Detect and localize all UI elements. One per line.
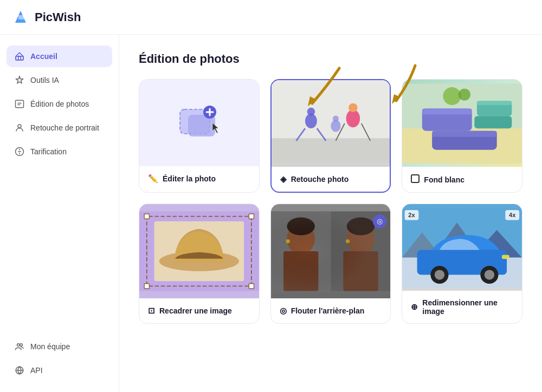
- svg-point-15: [307, 108, 315, 116]
- card-label-flouter: ◎ Flouter l'arrière-plan: [271, 298, 391, 323]
- sidebar-label-accueil: Accueil: [30, 52, 57, 61]
- sidebar-label-outils-ia: Outils IA: [30, 76, 59, 84]
- flouter-icon: ◎: [280, 306, 287, 316]
- card-car-image: 2x 4x: [402, 204, 522, 291]
- picwish-logo-icon: [11, 8, 30, 27]
- api-icon: [14, 365, 25, 376]
- person-icon: [14, 122, 25, 133]
- retouche-photo-text: Retouche photo: [291, 175, 349, 184]
- sidebar-label-retouche-portrait: Retouche de portrait: [30, 123, 99, 132]
- card-label-redimensionner: ⊕ Redimensionner une image: [402, 291, 522, 323]
- sidebar-bottom: Mon équipe API: [7, 336, 112, 381]
- svg-rect-0: [16, 56, 23, 60]
- svg-point-65: [435, 270, 444, 279]
- sidebar-item-tarification[interactable]: Tarification: [7, 141, 112, 162]
- svg-point-20: [346, 109, 360, 127]
- card-label-retouche-photo: ◈ Retouche photo: [272, 167, 390, 192]
- sidebar-item-accueil[interactable]: Accueil: [7, 45, 112, 67]
- svg-text:2x: 2x: [409, 212, 416, 218]
- redimensionner-icon: ⊕: [411, 302, 418, 312]
- svg-point-3: [17, 344, 20, 347]
- fond-blanc-icon: [411, 174, 420, 185]
- section-title: Édition de photos: [139, 52, 522, 66]
- svg-point-34: [459, 88, 470, 100]
- svg-text:4x: 4x: [509, 212, 516, 218]
- svg-point-4: [20, 344, 23, 347]
- card-label-editer-photo: ✏️ Éditer la photo: [139, 166, 259, 191]
- svg-rect-68: [502, 255, 509, 259]
- sidebar-item-api[interactable]: API: [7, 360, 112, 381]
- card-label-fond-blanc: Fond blanc: [402, 167, 522, 192]
- sidebar-label-tarification: Tarification: [30, 147, 67, 156]
- main-content: Édition de photos: [119, 35, 542, 392]
- svg-rect-1: [16, 100, 24, 108]
- sidebar-label-api: API: [30, 366, 43, 375]
- sidebar-top: Accueil Outils IA Édition de photos: [7, 45, 112, 162]
- retouche-photo-icon: ◈: [280, 174, 287, 184]
- card-food-image: [402, 80, 522, 167]
- svg-text:◎: ◎: [377, 217, 383, 225]
- sidebar-item-edition-photos[interactable]: Édition de photos: [7, 93, 112, 115]
- card-hat-image: [139, 204, 259, 298]
- svg-rect-40: [144, 214, 149, 219]
- sidebar-label-mon-equipe: Mon équipe: [30, 342, 70, 351]
- card-fond-blanc[interactable]: Fond blanc: [402, 79, 522, 193]
- svg-rect-31: [477, 101, 512, 104]
- svg-rect-42: [144, 284, 149, 289]
- flouter-text: Flouter l'arrière-plan: [291, 306, 365, 315]
- editer-photo-text: Éditer la photo: [163, 174, 216, 183]
- svg-point-19: [333, 115, 339, 121]
- logo-area: PicWish: [11, 8, 81, 27]
- svg-rect-43: [249, 284, 254, 289]
- card-portrait-image: ◎: [271, 204, 391, 298]
- svg-point-21: [349, 103, 357, 112]
- card-label-recadrer-image: ⊡ Recadrer une image: [139, 298, 259, 323]
- card-editer-photo[interactable]: ✏️ Éditer la photo: [139, 79, 260, 193]
- card-recadrer-image[interactable]: ⊡ Recadrer une image: [139, 204, 260, 324]
- svg-rect-13: [272, 138, 390, 163]
- svg-rect-41: [249, 214, 254, 219]
- card-retouche-photo[interactable]: ◈ Retouche photo: [270, 79, 391, 193]
- svg-point-14: [305, 114, 317, 128]
- card-redimensionner-image[interactable]: 2x 4x ⊕ Redimensionner une image: [402, 204, 522, 324]
- body-layout: Accueil Outils IA Édition de photos: [0, 35, 542, 392]
- edit-icon: [14, 99, 25, 109]
- svg-point-33: [443, 87, 461, 104]
- magic-icon: [14, 75, 25, 86]
- sidebar-item-retouche-portrait[interactable]: Retouche de portrait: [7, 117, 112, 139]
- sidebar: Accueil Outils IA Édition de photos: [0, 35, 119, 392]
- fond-blanc-text: Fond blanc: [424, 175, 464, 184]
- card-flouter-arriere-plan[interactable]: ◎ ◎ Flouter l'arrière-plan: [270, 204, 391, 324]
- app-header: PicWish: [0, 0, 542, 35]
- sidebar-item-outils-ia[interactable]: Outils IA: [7, 69, 112, 91]
- team-icon: [14, 341, 25, 352]
- card-ski-image: [272, 80, 390, 167]
- svg-point-2: [18, 125, 21, 128]
- svg-point-18: [331, 120, 340, 132]
- sidebar-item-mon-equipe[interactable]: Mon équipe: [7, 336, 112, 357]
- recadrer-icon: ⊡: [148, 306, 155, 316]
- checkbox-icon: [411, 174, 420, 183]
- svg-rect-55: [271, 211, 391, 291]
- cards-section: ✏️ Éditer la photo: [139, 79, 522, 324]
- editer-photo-icon: ✏️: [148, 174, 158, 184]
- svg-rect-29: [432, 130, 497, 136]
- price-icon: [14, 146, 25, 157]
- cards-grid: ✏️ Éditer la photo: [139, 79, 522, 324]
- redimensionner-text: Redimensionner une image: [422, 298, 513, 316]
- svg-rect-27: [422, 108, 472, 114]
- svg-rect-32: [475, 116, 512, 128]
- home-icon: [14, 51, 25, 62]
- recadrer-text: Recadrer une image: [159, 306, 232, 315]
- card-editor-image: [139, 80, 259, 166]
- logo-text: PicWish: [35, 10, 81, 24]
- svg-point-67: [485, 270, 494, 279]
- sidebar-label-edition-photos: Édition de photos: [30, 100, 89, 108]
